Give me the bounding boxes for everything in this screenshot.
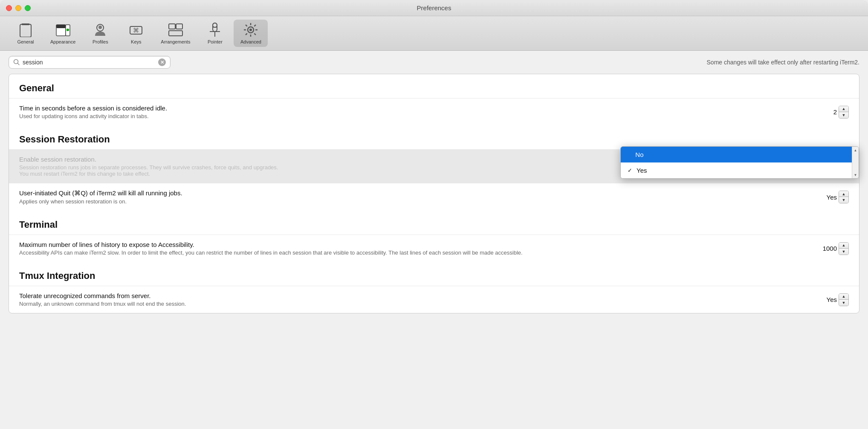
history-up[interactable]: ▲ xyxy=(839,243,848,249)
search-clear-button[interactable]: ✕ xyxy=(158,58,166,66)
svg-text:⌘: ⌘ xyxy=(133,27,139,34)
tolerate-up[interactable]: ▲ xyxy=(839,294,848,300)
user-quit-value: Yes xyxy=(827,194,837,201)
toolbar-item-appearance[interactable]: Appearance xyxy=(44,20,81,47)
history-lines-text: Maximum number of lines of history to ex… xyxy=(19,241,789,256)
idle-time-value: 2 xyxy=(833,108,837,116)
general-icon xyxy=(18,22,33,38)
advanced-icon xyxy=(243,22,258,38)
idle-time-up[interactable]: ▲ xyxy=(839,106,848,112)
history-lines-control: 1000 ▲ ▼ xyxy=(798,242,849,255)
scroll-down[interactable]: ▼ xyxy=(852,171,859,178)
search-bar: ✕ Some changes will take effect only aft… xyxy=(0,51,868,74)
idle-time-description: Used for updating icons and activity ind… xyxy=(19,113,789,119)
general-section-title: General xyxy=(9,74,859,98)
toolbar-item-advanced[interactable]: Advanced xyxy=(234,20,268,47)
appearance-label: Appearance xyxy=(50,39,75,44)
pointer-icon xyxy=(207,22,223,38)
session-restoration-row: Enable session restoration. Session rest… xyxy=(9,149,859,183)
svg-line-24 xyxy=(246,25,248,26)
toolbar-item-pointer[interactable]: Pointer xyxy=(198,20,232,47)
advanced-label: Advanced xyxy=(240,39,261,44)
window-title: Preferences xyxy=(417,4,451,12)
idle-time-control: 2 ▲ ▼ xyxy=(798,106,849,119)
tolerate-text: Tolerate unrecognized commands from serv… xyxy=(19,292,789,307)
user-quit-stepper[interactable]: ▲ ▼ xyxy=(839,191,849,203)
keys-label: Keys xyxy=(131,39,141,44)
search-icon xyxy=(13,59,20,66)
user-quit-text: User-initiated Quit (⌘Q) of iTerm2 will … xyxy=(19,189,789,205)
dropdown-scrollbar: ▲ ▼ xyxy=(852,147,859,178)
general-label: General xyxy=(17,39,34,44)
tolerate-label: Tolerate unrecognized commands from serv… xyxy=(19,292,789,299)
svg-rect-1 xyxy=(22,23,29,25)
tolerate-row: Tolerate unrecognized commands from serv… xyxy=(9,286,859,313)
svg-rect-12 xyxy=(169,31,182,36)
svg-point-7 xyxy=(98,26,102,29)
svg-rect-11 xyxy=(176,24,182,29)
idle-time-label: Time in seconds before a session is cons… xyxy=(19,104,789,112)
svg-line-25 xyxy=(255,33,256,35)
toolbar-item-general[interactable]: General xyxy=(9,20,43,47)
user-quit-up[interactable]: ▲ xyxy=(839,191,848,197)
tolerate-stepper[interactable]: ▲ ▼ xyxy=(839,293,849,306)
toolbar-item-keys[interactable]: ⌘ Keys xyxy=(119,20,153,47)
svg-line-26 xyxy=(255,25,256,26)
terminal-section-title: Terminal xyxy=(9,211,859,235)
user-quit-row: User-initiated Quit (⌘Q) of iTerm2 will … xyxy=(9,183,859,211)
keys-icon: ⌘ xyxy=(128,22,144,38)
arrangements-label: Arrangements xyxy=(161,39,190,44)
arrangements-icon xyxy=(168,22,183,38)
title-bar: Preferences xyxy=(0,0,868,16)
content-area: ✕ Some changes will take effect only aft… xyxy=(0,51,868,429)
scroll-up[interactable]: ▲ xyxy=(852,147,859,154)
tolerate-down[interactable]: ▼ xyxy=(839,300,848,306)
tolerate-description: Normally, an unknown command from tmux w… xyxy=(19,301,789,307)
idle-time-stepper[interactable]: ▲ ▼ xyxy=(839,106,849,119)
pointer-label: Pointer xyxy=(208,39,223,44)
search-wrapper: ✕ xyxy=(9,56,171,69)
close-button[interactable] xyxy=(6,5,12,11)
svg-line-29 xyxy=(18,64,20,65)
settings-panel: General Time in seconds before a session… xyxy=(9,74,859,313)
tolerate-control: Yes ▲ ▼ xyxy=(798,293,849,306)
session-restoration-title: Session Restoration xyxy=(9,125,859,149)
svg-point-19 xyxy=(249,29,252,31)
svg-rect-3 xyxy=(56,25,66,28)
minimize-button[interactable] xyxy=(15,5,21,11)
svg-line-27 xyxy=(246,33,248,35)
history-lines-description: Accessibility APIs can make iTerm2 slow.… xyxy=(19,249,789,256)
maximize-button[interactable] xyxy=(25,5,31,11)
tmux-section-title: Tmux Integration xyxy=(9,262,859,286)
dropdown-option-yes[interactable]: ✓ Yes xyxy=(621,162,852,178)
user-quit-description: Applies only when session restoration is… xyxy=(19,198,789,205)
user-quit-control: Yes ▲ ▼ xyxy=(798,191,849,203)
idle-time-text: Time in seconds before a session is cons… xyxy=(19,104,789,119)
dropdown-option-no[interactable]: No xyxy=(621,147,852,162)
svg-rect-14 xyxy=(213,23,217,27)
dropdown-scroll-area: No ✓ Yes ▲ ▼ xyxy=(621,147,859,178)
svg-point-5 xyxy=(67,29,69,31)
history-lines-label: Maximum number of lines of history to ex… xyxy=(19,241,789,248)
traffic-lights xyxy=(6,5,31,11)
svg-rect-10 xyxy=(169,24,175,29)
appearance-icon xyxy=(55,22,71,38)
history-lines-row: Maximum number of lines of history to ex… xyxy=(9,235,859,262)
profiles-label: Profiles xyxy=(93,39,108,44)
toolbar-item-arrangements[interactable]: Arrangements xyxy=(155,20,196,47)
history-lines-value: 1000 xyxy=(823,245,837,252)
main-content: General Time in seconds before a session… xyxy=(0,74,868,429)
history-lines-stepper[interactable]: ▲ ▼ xyxy=(839,242,849,255)
idle-time-down[interactable]: ▼ xyxy=(839,112,848,118)
session-restoration-dropdown-open: No ✓ Yes ▲ ▼ xyxy=(620,146,859,179)
search-hint: Some changes will take effect only after… xyxy=(707,59,859,66)
history-down[interactable]: ▼ xyxy=(839,249,848,255)
profiles-icon xyxy=(93,22,108,38)
tolerate-value: Yes xyxy=(827,296,837,303)
search-input[interactable] xyxy=(23,59,158,66)
yes-check: ✓ xyxy=(628,167,632,174)
toolbar-item-profiles[interactable]: Profiles xyxy=(83,20,117,47)
user-quit-label: User-initiated Quit (⌘Q) of iTerm2 will … xyxy=(19,189,789,197)
user-quit-down[interactable]: ▼ xyxy=(839,197,848,203)
toolbar: General Appearance xyxy=(0,16,868,51)
